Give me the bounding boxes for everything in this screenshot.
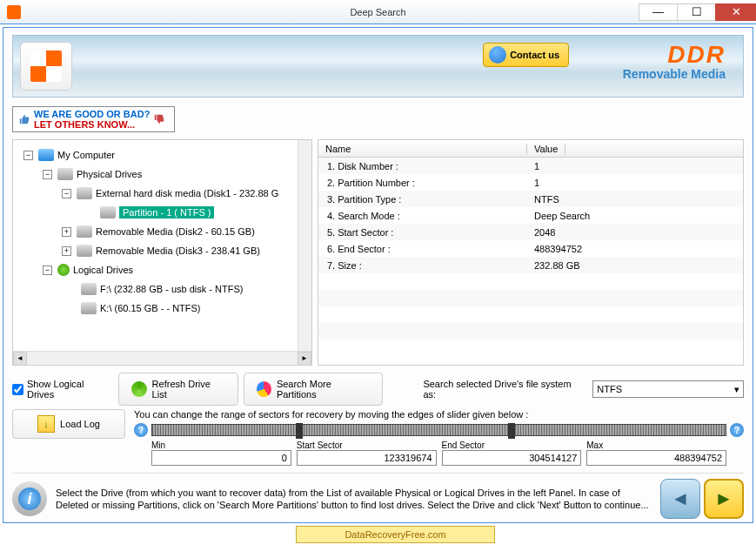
- title-bar: Deep Search — ☐ ✕: [0, 0, 756, 24]
- hdd-icon: [77, 245, 92, 257]
- thumbs-up-icon: [18, 113, 30, 125]
- horizontal-scrollbar[interactable]: ◄ ►: [13, 351, 311, 365]
- slider-handle-end[interactable]: [508, 423, 515, 439]
- brand-logo: DDR Removable Media: [623, 41, 726, 81]
- tree-node-logical[interactable]: − Logical Drives: [17, 260, 308, 279]
- slider-handle-start[interactable]: [296, 423, 303, 439]
- footer-hint: Select the Drive (from which you want to…: [56, 487, 652, 512]
- properties-header: Name Value: [318, 140, 743, 158]
- maximize-button[interactable]: ☐: [677, 3, 716, 21]
- app-logo: [20, 42, 72, 91]
- minimize-button[interactable]: —: [639, 3, 678, 21]
- property-row[interactable]: 7. Size :232.88 GB: [318, 257, 743, 273]
- collapse-icon[interactable]: −: [62, 189, 71, 198]
- back-button[interactable]: ◄: [660, 479, 700, 519]
- contact-us-button[interactable]: Contact us: [483, 43, 569, 67]
- collapse-icon[interactable]: −: [43, 170, 52, 179]
- tree-node-disk3[interactable]: + Removable Media (Disk3 - 238.41 GB): [17, 241, 308, 260]
- help-icon[interactable]: ?: [134, 423, 148, 437]
- filesystem-label: Search selected Drive's file system as:: [423, 379, 580, 400]
- drive-tree-panel: − My Computer − Physical Drives − Extern…: [12, 139, 312, 366]
- help-icon[interactable]: ?: [730, 423, 744, 437]
- scroll-right-icon[interactable]: ►: [298, 352, 311, 366]
- collapse-icon[interactable]: −: [43, 266, 52, 275]
- tree-node-drive-k[interactable]: K:\ (60.15 GB - - NTFS): [17, 299, 308, 318]
- thumbs-down-icon: [153, 113, 165, 125]
- sector-range-slider[interactable]: [151, 424, 726, 436]
- partition-icon: [100, 206, 116, 218]
- drive-icon: [57, 168, 73, 180]
- max-sector-input[interactable]: [586, 450, 726, 466]
- pie-chart-icon: [257, 381, 271, 397]
- expand-icon[interactable]: +: [62, 227, 71, 237]
- next-button[interactable]: ►: [704, 479, 744, 519]
- url-banner[interactable]: DataRecoveryFree.com: [296, 526, 495, 543]
- property-row[interactable]: 2. Partition Number :1: [318, 174, 743, 191]
- survey-button[interactable]: WE ARE GOOD OR BAD? LET OTHERS KNOW...: [12, 106, 175, 132]
- globe-icon: [57, 264, 70, 276]
- close-button[interactable]: ✕: [715, 3, 756, 21]
- hdd-icon: [77, 225, 92, 238]
- search-more-partitions-button[interactable]: Search More Partitions: [244, 373, 384, 406]
- chevron-down-icon: ▾: [734, 384, 739, 395]
- tree-node-disk2[interactable]: + Removable Media (Disk2 - 60.15 GB): [17, 222, 308, 241]
- show-logical-checkbox[interactable]: Show Logical Drives: [12, 379, 110, 400]
- drive-icon: [81, 283, 97, 295]
- header-banner: Contact us DDR Removable Media: [12, 35, 744, 97]
- property-row[interactable]: 3. Partition Type :NTFS: [318, 191, 743, 207]
- hdd-icon: [77, 187, 92, 199]
- slider-description: You can change the range of sectors for …: [134, 409, 744, 420]
- drive-icon: [81, 302, 97, 314]
- app-icon: [7, 5, 21, 19]
- tree-node-drive-f[interactable]: F:\ (232.88 GB - usb disk - NTFS): [17, 279, 308, 299]
- vertical-scrollbar[interactable]: [298, 140, 311, 351]
- computer-icon: [38, 149, 54, 161]
- property-row[interactable]: 1. Disk Number :1: [318, 158, 743, 174]
- filesystem-select[interactable]: NTFS ▾: [592, 380, 744, 398]
- property-row[interactable]: 6. End Sector :488394752: [318, 240, 743, 257]
- property-row[interactable]: 5. Start Sector :2048: [318, 224, 743, 240]
- end-sector-input[interactable]: [442, 450, 582, 466]
- svg-rect-0: [7, 5, 21, 19]
- person-icon: [489, 46, 506, 64]
- tree-node-partition1[interactable]: Partition - 1 ( NTFS ): [17, 203, 308, 222]
- refresh-icon: [131, 381, 146, 397]
- refresh-drive-list-button[interactable]: Refresh Drive List: [118, 373, 238, 406]
- expand-icon[interactable]: +: [62, 246, 71, 256]
- load-log-button[interactable]: ↓ Load Log: [12, 409, 125, 439]
- window-title: Deep Search: [350, 7, 405, 17]
- start-sector-input[interactable]: [297, 450, 437, 466]
- properties-panel: Name Value 1. Disk Number :12. Partition…: [318, 139, 744, 366]
- min-sector-input[interactable]: [151, 450, 291, 466]
- tree-node-physical[interactable]: − Physical Drives: [17, 165, 308, 184]
- scroll-left-icon[interactable]: ◄: [13, 352, 27, 366]
- tree-node-computer[interactable]: − My Computer: [17, 145, 308, 165]
- info-icon: i: [12, 481, 47, 516]
- tree-node-disk1[interactable]: − External hard disk media (Disk1 - 232.…: [17, 184, 308, 203]
- collapse-icon[interactable]: −: [23, 151, 33, 160]
- property-row[interactable]: 4. Search Mode :Deep Search: [318, 207, 743, 224]
- download-icon: ↓: [37, 415, 55, 433]
